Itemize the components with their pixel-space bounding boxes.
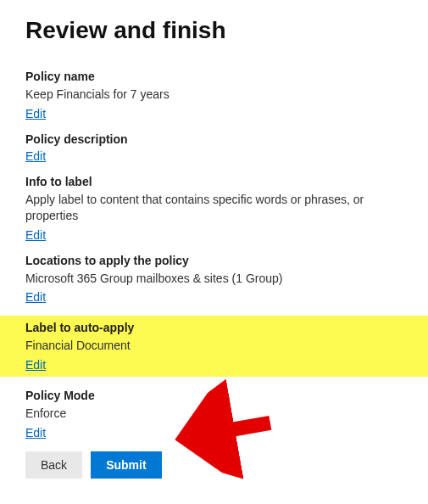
section-heading: Policy description [25,132,420,146]
page-title: Review and finish [25,17,428,44]
edit-link[interactable]: Edit [25,228,46,242]
back-button[interactable]: Back [25,451,82,479]
section-value: Enforce [25,406,420,423]
review-section: Policy nameKeep Financials for 7 yearsEd… [25,70,428,120]
section-value: Apply label to content that contains spe… [25,192,420,225]
section-value: Microsoft 365 Group mailboxes & sites (1… [25,271,420,288]
submit-button[interactable]: Submit [91,451,161,479]
sections-list: Policy nameKeep Financials for 7 yearsEd… [25,70,428,440]
review-and-finish-page: Review and finish Policy nameKeep Financ… [0,0,428,504]
section-heading: Info to label [25,175,420,188]
edit-link[interactable]: Edit [25,426,46,440]
review-section: Locations to apply the policyMicrosoft 3… [25,254,428,305]
review-section: Info to labelApply label to content that… [25,175,428,242]
button-row: Back Submit [25,451,428,479]
review-section: Policy ModeEnforceEdit [25,389,428,440]
edit-link[interactable]: Edit [25,149,46,163]
section-heading: Label to auto-apply [25,321,420,334]
section-value: Financial Document [25,338,420,355]
section-heading: Policy name [25,70,420,83]
edit-link[interactable]: Edit [25,290,46,304]
section-heading: Policy Mode [25,389,420,402]
section-heading: Locations to apply the policy [25,254,420,267]
edit-link[interactable]: Edit [25,107,46,120]
review-section: Policy descriptionEdit [25,132,428,163]
section-value: Keep Financials for 7 years [25,87,420,104]
edit-link[interactable]: Edit [25,358,46,372]
review-section: Label to auto-applyFinancial DocumentEdi… [0,316,428,377]
